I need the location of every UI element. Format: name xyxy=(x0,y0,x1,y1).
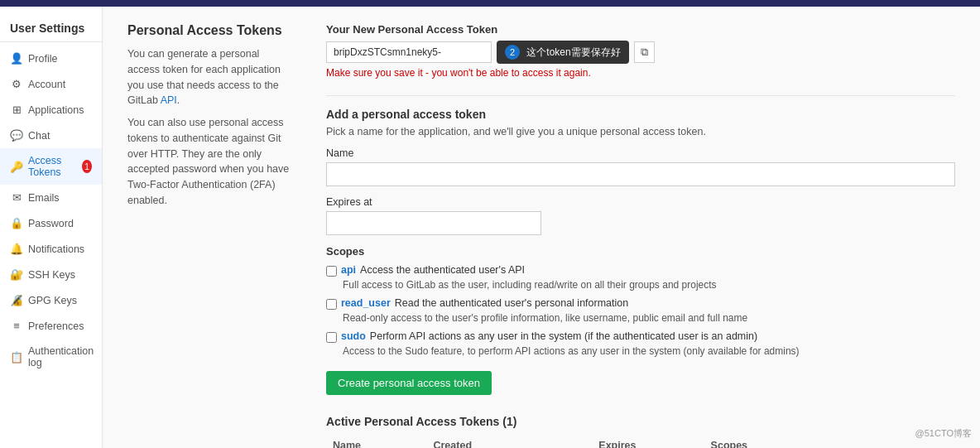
gpg-keys-icon: 🔏 xyxy=(10,294,23,306)
create-token-button[interactable]: Create personal access token xyxy=(326,371,492,395)
scopes-title: Scopes xyxy=(326,245,955,258)
access-tokens-icon: 🔑 xyxy=(10,161,23,173)
new-token-label: Your New Personal Access Token xyxy=(326,23,955,36)
scope-api-name: api xyxy=(341,264,356,276)
applications-icon: ⊞ xyxy=(10,104,23,116)
active-tokens-section: Active Personal Access Tokens (1) Name C… xyxy=(326,415,955,448)
tooltip-number: 2 xyxy=(505,45,520,60)
scope-api-label[interactable]: api Access the authenticated user's API xyxy=(326,264,955,277)
token-value-input[interactable] xyxy=(326,41,492,63)
token-warning: Make sure you save it - you won't be abl… xyxy=(326,67,955,79)
desc-paragraph-2: You can also use personal access tokens … xyxy=(127,115,293,209)
scope-api-block-desc: Full access to GitLab as the user, inclu… xyxy=(343,278,955,292)
right-panel: Your New Personal Access Token 2 这个token… xyxy=(326,23,955,448)
main-content: Personal Access Tokens You can generate … xyxy=(103,7,980,448)
sidebar-item-preferences[interactable]: ≡ Preferences xyxy=(0,313,102,339)
table-header-row: Name Created Expires Scopes xyxy=(326,435,955,448)
top-bar xyxy=(0,0,980,7)
sidebar: User Settings 👤 Profile ⚙ Account ⊞ Appl… xyxy=(0,7,103,448)
token-expires-input[interactable] xyxy=(326,211,541,235)
watermark: @51CTO博客 xyxy=(915,427,972,440)
ssh-keys-icon: 🔐 xyxy=(10,268,23,281)
active-tokens-table: Name Created Expires Scopes jenkins Dec … xyxy=(326,435,955,448)
sidebar-item-profile[interactable]: 👤 Profile xyxy=(0,46,102,71)
notifications-icon: 🔔 xyxy=(10,243,23,255)
scope-sudo-block-desc: Access to the Sudo feature, to perform A… xyxy=(343,344,955,359)
scope-api-checkbox[interactable] xyxy=(326,266,337,277)
copy-token-button[interactable]: ⧉ xyxy=(634,41,655,63)
expires-label: Expires at xyxy=(326,196,955,208)
scope-item-sudo: sudo Perform API actions as any user in … xyxy=(326,330,955,359)
col-header-scopes: Scopes xyxy=(704,435,815,448)
chat-icon: 💬 xyxy=(10,129,23,142)
scope-sudo-label[interactable]: sudo Perform API actions as any user in … xyxy=(326,330,955,343)
sidebar-item-password[interactable]: 🔒 Password xyxy=(0,210,102,236)
add-token-title: Add a personal access token xyxy=(326,108,955,121)
scope-sudo-checkbox[interactable] xyxy=(326,332,337,343)
scope-item-api: api Access the authenticated user's API … xyxy=(326,264,955,292)
scope-sudo-name: sudo xyxy=(341,330,366,342)
left-panel: Personal Access Tokens You can generate … xyxy=(127,23,293,448)
sidebar-item-auth-log[interactable]: 📋 Authentication log xyxy=(0,339,102,375)
scope-api-inline-desc: Access the authenticated user's API xyxy=(360,264,525,276)
scope-read-user-inline-desc: Read the authenticated user's personal i… xyxy=(395,297,628,309)
sidebar-item-applications[interactable]: ⊞ Applications xyxy=(0,97,102,123)
emails-icon: ✉ xyxy=(10,191,23,204)
sidebar-item-notifications[interactable]: 🔔 Notifications xyxy=(0,236,102,262)
col-header-name: Name xyxy=(326,435,426,448)
scope-read-user-label[interactable]: read_user Read the authenticated user's … xyxy=(326,297,955,310)
api-link[interactable]: API xyxy=(161,94,177,106)
scope-read-user-name: read_user xyxy=(341,297,391,309)
scope-read-user-block-desc: Read-only access to the user's profile i… xyxy=(343,311,955,325)
preferences-icon: ≡ xyxy=(10,320,23,332)
tooltip-text: 这个token需要保存好 xyxy=(526,46,620,58)
auth-log-icon: 📋 xyxy=(10,351,23,364)
col-header-created: Created xyxy=(426,435,592,448)
add-token-desc: Pick a name for the application, and we'… xyxy=(326,126,955,137)
scope-item-read-user: read_user Read the authenticated user's … xyxy=(326,297,955,325)
active-tokens-title: Active Personal Access Tokens (1) xyxy=(326,415,955,428)
tooltip-bubble: 2 这个token需要保存好 xyxy=(497,41,629,64)
scope-read-user-checkbox[interactable] xyxy=(326,299,337,310)
new-token-section: Your New Personal Access Token 2 这个token… xyxy=(326,23,955,79)
page-title: Personal Access Tokens xyxy=(127,23,293,38)
token-row: 2 这个token需要保存好 ⧉ xyxy=(326,41,955,64)
access-tokens-badge: 1 xyxy=(82,160,92,173)
profile-icon: 👤 xyxy=(10,52,23,65)
name-label: Name xyxy=(326,147,955,159)
sidebar-item-chat[interactable]: 💬 Chat xyxy=(0,123,102,148)
sidebar-item-access-tokens[interactable]: 🔑 Access Tokens 1 xyxy=(0,148,102,185)
sidebar-item-emails[interactable]: ✉ Emails xyxy=(0,185,102,210)
account-icon: ⚙ xyxy=(10,78,23,90)
col-header-expires: Expires xyxy=(592,435,704,448)
sidebar-header: User Settings xyxy=(0,15,102,42)
sidebar-item-ssh-keys[interactable]: 🔐 SSH Keys xyxy=(0,262,102,287)
token-name-input[interactable] xyxy=(326,162,955,186)
add-token-section: Add a personal access token Pick a name … xyxy=(326,95,955,395)
scope-sudo-inline-desc: Perform API actions as any user in the s… xyxy=(370,330,757,342)
password-icon: 🔒 xyxy=(10,217,23,229)
sidebar-item-account[interactable]: ⚙ Account xyxy=(0,71,102,97)
desc-paragraph-1: You can generate a personal access token… xyxy=(127,46,293,108)
sidebar-item-gpg-keys[interactable]: 🔏 GPG Keys xyxy=(0,287,102,313)
